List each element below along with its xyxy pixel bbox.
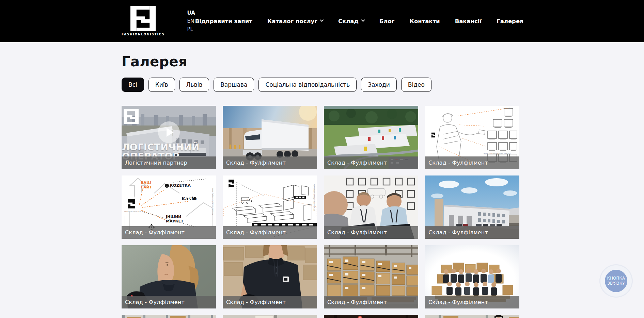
filter-warsaw[interactable]: Варшава [214,78,254,92]
filter-social-responsibility[interactable]: Соціальна відповідальність [258,78,357,92]
diagram-label-rozetka: ROZETKA [170,184,191,188]
contact-button-line1: КНОПКА [607,276,625,281]
brand-name: FASHIONLOGISTICS [122,33,164,36]
filter-video[interactable]: Відео [401,78,431,92]
fl-logo-dark-icon [226,178,236,188]
tile-caption: Склад - Фулфілмент [324,156,418,169]
gallery-photo [425,315,519,318]
watermark-url: www.fashionlogistics.com.ua [313,184,315,211]
tile-caption-text: Склад - Фулфілмент [428,229,488,236]
nav-item-gallery[interactable]: Галерея [497,18,523,24]
nav-item-label: Відправити запит [195,18,252,24]
nav-item-send-request[interactable]: Відправити запит [195,18,252,24]
nav-item-label: Контакти [409,18,440,24]
nav-item-blog[interactable]: Блог [379,18,395,24]
gallery-tile-building-ext[interactable]: Склад - Фулфілмент [425,175,519,239]
page-title: Галерея [122,54,520,69]
tile-caption: Склад - Фулфілмент [324,226,418,239]
gallery-tile-team[interactable]: Склад - Фулфілмент [425,245,519,308]
nav-item-services-catalog[interactable]: Каталог послуг [267,18,323,24]
gallery-tile-rack-person-2[interactable] [425,315,519,318]
gallery-tile-aerial-park[interactable]: Склад - Фулфілмент [324,106,418,169]
brand[interactable]: FASHIONLOGISTICS [122,6,164,36]
gallery-tile-woman-polo[interactable]: Склад - Фулфілмент [223,245,317,308]
tile-caption: Склад - Фулфілмент [223,156,317,169]
lang-pl[interactable]: PL [187,27,195,32]
watermark-url: www.fashionlogistics.com.ua [212,188,214,215]
nav-item-contacts[interactable]: Контакти [409,18,440,24]
tile-caption-text: Логістичний партнер [125,160,187,166]
watermark-url: www.fashionlogistics.com.ua [484,153,511,155]
main-nav: Відправити запитКаталог послугСкладБлогК… [195,18,523,24]
gallery-tile-truck[interactable]: Склад - Фулфілмент [223,106,317,169]
tile-caption-text: Склад - Фулфілмент [226,229,286,236]
gallery-tile-rack-person[interactable] [223,315,317,318]
fl-logo-dark-icon [125,197,138,210]
gallery-tile-drawing-worker[interactable]: www.fashionlogistics.com.uaСклад - Фулфі… [425,106,519,169]
gallery-filters: ВсіКиївЛьвівВаршаваСоціальна відповідаль… [122,78,520,92]
tile-caption-text: Склад - Фулфілмент [125,229,185,236]
play-button[interactable] [158,121,180,143]
gallery-tile-rack-aisle[interactable] [122,315,216,318]
contact-floating-button[interactable]: КНОПКА ЗВ'ЯЗКУ [600,265,632,297]
tile-caption: Склад - Фулфілмент [122,226,216,239]
gallery-tile-diagram-marketplaces[interactable]: ВАШ САЙТROZETKAKastaІНШИЙ МАРКЕТFASHIONL… [122,175,216,239]
tile-caption: Склад - Фулфілмент [223,226,317,239]
gallery-tile-dark-laser[interactable] [324,315,418,318]
video-title-line1: ЛОГІСТИЧНИЙ [122,143,199,152]
diagram-label-your-site: ВАШ САЙТ [141,181,156,189]
nav-item-warehouse[interactable]: Склад [338,18,364,24]
tile-caption: Склад - Фулфілмент [425,156,519,169]
chevron-down-icon [320,18,324,22]
contact-floating-button-label: КНОПКА ЗВ'ЯЗКУ [605,270,627,292]
nav-item-label: Каталог послуг [267,18,317,24]
tile-caption: Склад - Фулфілмент [425,296,519,308]
tile-caption-text: Склад - Фулфілмент [226,299,286,305]
chevron-down-icon [361,18,365,22]
gallery-tile-video-warehouse[interactable]: ЛОГІСТИЧНИЙОПЕРАТОРЛогістичний партнер [122,106,216,169]
diagram-label-kasta: Kasta [182,196,197,201]
contact-button-line2: ЗВ'ЯЗКУ [607,281,625,286]
fl-logo-overlay-icon [124,109,139,124]
gallery-tile-office-men[interactable]: Склад - Фулфілмент [324,175,418,239]
tile-caption-text: Склад - Фулфілмент [125,299,185,305]
tile-caption-text: Склад - Фулфілмент [327,160,387,166]
lang-ua[interactable]: UA [187,11,195,16]
tile-caption: Логістичний партнер [122,156,216,169]
nav-item-label: Галерея [497,18,523,24]
tile-caption-text: Склад - Фулфілмент [327,299,387,305]
nav-item-vacancies[interactable]: Вакансії [455,18,482,24]
language-switcher: UAENPL [187,11,195,32]
filter-kyiv[interactable]: Київ [148,78,175,92]
nav-item-label: Вакансії [455,18,482,24]
site-header: FASHIONLOGISTICS UAENPL Відправити запит… [0,0,644,42]
gallery-photo [324,315,418,318]
gallery-tile-diagram-warehouse[interactable]: www.fashionlogistics.com.uaСклад - Фулфі… [223,175,317,239]
play-icon [167,128,174,137]
tile-caption-text: Склад - Фулфілмент [226,160,286,166]
filter-events[interactable]: Заходи [361,78,397,92]
fl-logo-wordmark: FASHIONLOGISTICS [124,211,141,213]
tile-caption: Склад - Фулфілмент [425,226,519,239]
tile-caption-text: Склад - Фулфілмент [428,299,488,305]
nav-item-label: Блог [379,18,395,24]
gallery-photo [122,315,216,318]
gallery-grid: ЛОГІСТИЧНИЙОПЕРАТОРЛогістичний партнерСк… [122,106,520,318]
brand-logo-icon [130,6,156,31]
tile-caption: Склад - Фулфілмент [324,296,418,308]
tile-caption: Склад - Фулфілмент [223,296,317,308]
filter-lviv[interactable]: Львів [179,78,209,92]
tile-caption-text: Склад - Фулфілмент [327,229,387,236]
filter-all[interactable]: Всі [122,78,144,92]
fl-logo-dark-icon [430,132,437,138]
lang-en[interactable]: EN [187,19,195,24]
nav-item-label: Склад [338,18,359,24]
gallery-photo [223,315,317,318]
tile-caption-text: Склад - Фулфілмент [428,160,488,166]
tile-caption: Склад - Фулфілмент [122,296,216,308]
main-content: Галерея ВсіКиївЛьвівВаршаваСоціальна від… [122,54,520,318]
gallery-tile-boxes[interactable]: Склад - Фулфілмент [324,245,418,308]
gallery-tile-woman-scanner[interactable]: Склад - Фулфілмент [122,245,216,308]
diagram-label-other-market: ІНШИЙ МАРКЕТ [166,215,188,223]
